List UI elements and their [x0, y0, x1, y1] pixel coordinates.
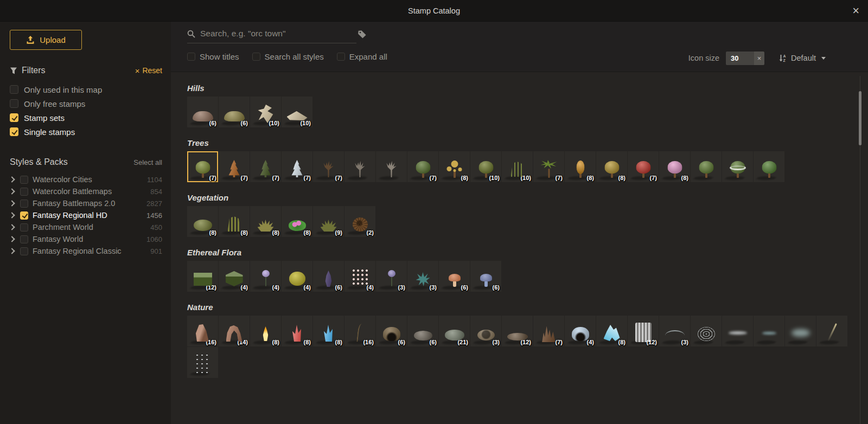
style-pack-row[interactable]: Fantasy World 1060 [10, 233, 162, 245]
stamp-tile[interactable]: (12) [502, 316, 533, 346]
style-pack-row[interactable]: Fantasy Battlemaps 2.0 2827 [10, 197, 162, 209]
stamp-tile[interactable] [785, 316, 816, 346]
checkbox[interactable] [10, 99, 18, 108]
expand-chevron-icon[interactable] [9, 176, 15, 182]
checkbox[interactable] [10, 85, 18, 94]
style-pack-row[interactable]: Fantasy Regional HD 1456 [10, 209, 162, 221]
stamp-tile[interactable]: (4) [250, 261, 281, 292]
stamp-tile[interactable]: (2) [344, 206, 375, 237]
filter-checkbox-row[interactable]: Only free stamps [10, 97, 162, 111]
stamp-tile[interactable]: (10) [282, 97, 312, 127]
stamp-tile[interactable]: (8) [596, 151, 627, 182]
stamp-tile[interactable]: (7) [407, 151, 438, 182]
stamp-tile[interactable]: (16) [187, 316, 218, 346]
tag-filter-button[interactable] [358, 30, 367, 41]
stamp-tile[interactable] [691, 316, 722, 346]
style-pack-row[interactable]: Watercolor Battlemaps 854 [10, 185, 162, 197]
checkbox[interactable] [187, 53, 195, 61]
checkbox[interactable] [20, 176, 28, 184]
stamp-tile[interactable]: (8) [219, 206, 250, 237]
stamp-tile[interactable]: (8) [187, 206, 218, 237]
stamp-tile[interactable]: (8) [282, 206, 312, 237]
search-input[interactable] [200, 29, 356, 38]
checkbox[interactable] [20, 235, 28, 243]
stamp-tile[interactable]: (9) [313, 206, 344, 237]
stamp-tile[interactable]: (7) [533, 151, 564, 182]
stamp-tile[interactable]: (10) [250, 97, 281, 127]
close-icon[interactable]: × [852, 5, 859, 17]
toolbar-option[interactable]: Show titles [187, 52, 239, 61]
expand-chevron-icon[interactable] [9, 248, 15, 254]
expand-chevron-icon[interactable] [9, 212, 15, 218]
stamp-tile[interactable]: (6) [439, 261, 470, 292]
stamp-tile[interactable] [691, 151, 722, 182]
expand-chevron-icon[interactable] [9, 224, 15, 230]
style-pack-row[interactable]: Fantasy Regional Classic 901 [10, 245, 162, 257]
stamp-tile[interactable]: (6) [407, 316, 438, 346]
stamp-tile[interactable]: (3) [376, 261, 407, 292]
toolbar-option[interactable]: Search all styles [252, 52, 324, 61]
stamp-tile[interactable]: (16) [344, 316, 375, 346]
stamp-tile[interactable]: (6) [470, 261, 501, 292]
search-field[interactable] [187, 29, 356, 43]
filter-checkbox-row[interactable]: Only used in this map [10, 82, 162, 97]
stamp-tile[interactable]: (4) [219, 261, 250, 292]
checkbox[interactable] [20, 200, 28, 208]
stamp-tile[interactable]: (7) [628, 151, 659, 182]
checkbox[interactable] [20, 211, 28, 220]
stamp-tile[interactable]: (12) [187, 261, 218, 292]
stamp-tile[interactable]: (8) [250, 316, 281, 346]
stamp-tile[interactable]: (10) [470, 151, 501, 182]
sort-dropdown[interactable]: A Z Default [778, 54, 826, 62]
stamp-tile[interactable]: (6) [376, 316, 407, 346]
scrollbar-thumb[interactable] [859, 91, 861, 145]
stamp-tile[interactable]: (8) [565, 151, 596, 182]
checkbox[interactable] [20, 247, 28, 255]
expand-chevron-icon[interactable] [9, 236, 15, 242]
upload-button[interactable]: Upload [10, 30, 82, 50]
stamp-tile[interactable] [754, 151, 784, 182]
clear-icon-size-button[interactable]: × [754, 52, 764, 65]
checkbox[interactable] [337, 53, 345, 61]
checkbox[interactable] [252, 53, 260, 61]
stamp-tile[interactable]: (7) [282, 151, 312, 182]
stamp-tile[interactable]: (7) [533, 316, 564, 346]
stamp-tile[interactable]: (3) [470, 316, 501, 346]
stamp-tile[interactable]: (6) [187, 97, 218, 127]
stamp-tile[interactable]: (21) [439, 316, 470, 346]
stamp-tile[interactable]: (7) [219, 151, 250, 182]
stamp-tile[interactable]: (3) [659, 316, 690, 346]
stamp-tile[interactable]: (8) [439, 151, 470, 182]
filter-checkbox-row[interactable]: Single stamps [10, 125, 162, 139]
stamp-tile[interactable] [722, 316, 753, 346]
checkbox[interactable] [10, 113, 18, 122]
stamp-tile[interactable] [816, 316, 847, 346]
stamp-tile[interactable]: (8) [282, 316, 312, 346]
checkbox[interactable] [20, 188, 28, 196]
stamp-tile[interactable] [754, 316, 784, 346]
style-pack-row[interactable]: Watercolor Cities 1104 [10, 174, 162, 185]
stamp-tile[interactable]: (10) [502, 151, 533, 182]
stamp-tile[interactable]: (4) [565, 316, 596, 346]
toolbar-option[interactable]: Expand all [337, 52, 387, 61]
stamp-tile[interactable]: (6) [313, 261, 344, 292]
select-all-button[interactable]: Select all [133, 158, 162, 166]
stamp-tile[interactable] [376, 151, 407, 182]
stamp-tile[interactable]: (3) [407, 261, 438, 292]
stamp-tile[interactable]: (7) [313, 151, 344, 182]
stamp-tile[interactable]: (6) [219, 97, 250, 127]
expand-chevron-icon[interactable] [9, 188, 15, 194]
checkbox[interactable] [10, 127, 18, 136]
style-pack-row[interactable]: Parchment World 450 [10, 221, 162, 233]
stamp-tile[interactable]: (4) [282, 261, 312, 292]
stamp-tile[interactable] [344, 151, 375, 182]
stamp-tile[interactable]: (12) [628, 316, 659, 346]
stamp-tile[interactable]: (4) [344, 261, 375, 292]
checkbox[interactable] [20, 223, 28, 232]
stamp-tile[interactable]: (8) [596, 316, 627, 346]
stamp-tile[interactable]: (7) [250, 151, 281, 182]
stamp-tile[interactable] [187, 347, 218, 378]
filter-checkbox-row[interactable]: Stamp sets [10, 111, 162, 125]
stamp-tile[interactable]: (7) [187, 151, 218, 182]
stamp-tile[interactable] [722, 151, 753, 182]
